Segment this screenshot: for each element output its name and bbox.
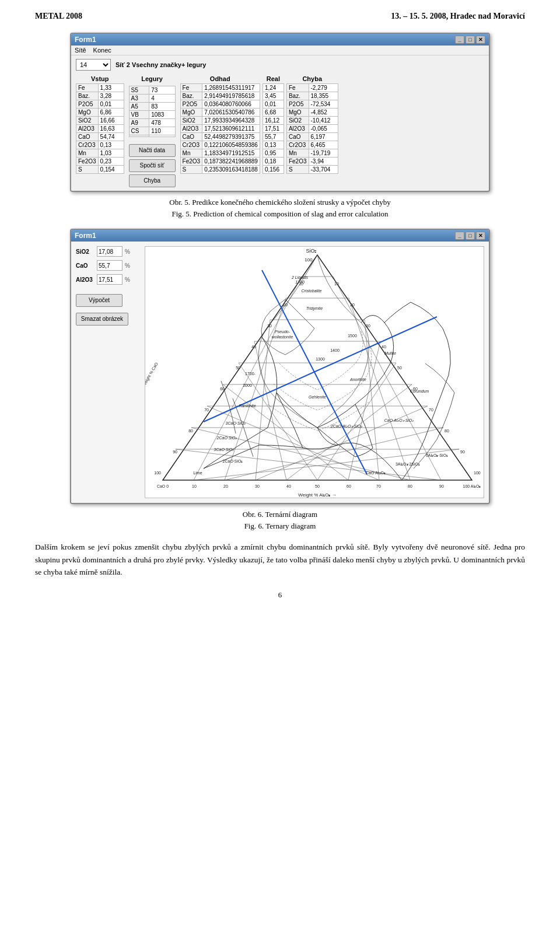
chyba-element-label: Mn	[286, 149, 309, 158]
vypocet-button[interactable]: Výpočet	[76, 294, 123, 307]
svg-text:Weight % Al₂O₃ →: Weight % Al₂O₃ →	[298, 492, 336, 498]
svg-text:90: 90	[460, 450, 465, 454]
svg-text:20: 20	[223, 484, 228, 488]
table-row: 17,51	[262, 125, 284, 133]
nacti-data-button[interactable]: Načti data	[129, 144, 176, 157]
legury-table: S573 A34 A583 VB1083 A9478 CS110	[129, 86, 176, 137]
dialog1-top-row: 14 Síť 2 Vsechny značky+ legury	[76, 59, 484, 71]
svg-text:50: 50	[397, 366, 402, 370]
table-row: Fe-2,279	[286, 84, 338, 92]
svg-text:3Al₂O₃·2SiO₂: 3Al₂O₃·2SiO₂	[396, 462, 420, 466]
vstup-table: Fe1,33 Baz.3,28 P2O50,01 MgO6,86 SiO216,…	[76, 83, 124, 174]
real-header: Real	[262, 75, 284, 82]
svg-text:100 Al₂O₃: 100 Al₂O₃	[463, 484, 481, 488]
maximize-button[interactable]: □	[466, 36, 475, 44]
odhad-value: 0,122106054859386	[202, 141, 260, 149]
table-row: CaO52,4498279391375	[180, 133, 260, 141]
svg-text:70: 70	[204, 408, 209, 412]
table-row: 1,24	[262, 84, 284, 92]
cao-input[interactable]	[97, 260, 123, 271]
table-row: S0,154	[76, 166, 124, 174]
ternary-diagram: SiO₂ 100 100 90 80 70 60 50 40 30 20 10	[145, 246, 484, 498]
element-label: MgO	[180, 109, 202, 117]
leg-label: S5	[129, 86, 149, 95]
svg-text:SiO₂: SiO₂	[306, 248, 317, 254]
table-row: MgO7,02061530540786	[180, 109, 260, 117]
table-row: Cr2O36,465	[286, 141, 338, 149]
svg-text:1300: 1300	[316, 357, 325, 361]
svg-text:Tridymite: Tridymite	[306, 306, 323, 311]
page-number: 6	[35, 590, 525, 600]
middle-section: Legury S573 A34 A583 VB1083 A9478 CS110 …	[129, 75, 176, 187]
element-value: 54,74	[98, 133, 124, 141]
table-row: Al2O317,5213609612111	[180, 125, 260, 133]
odhad-value: 52,4498279391375	[202, 133, 260, 141]
element-label: CaO	[180, 133, 202, 141]
menu-site[interactable]: Sítě	[75, 47, 86, 54]
minimize-button[interactable]: _	[455, 232, 464, 240]
vstup-section: Vstup Fe1,33 Baz.3,28 P2O50,01 MgO6,86 S…	[76, 75, 124, 187]
dialog2-titlebar-buttons: _ □ ✕	[455, 232, 485, 240]
svg-text:70: 70	[429, 408, 433, 412]
table-row: P2O50,0364080760066	[180, 100, 260, 109]
svg-text:10: 10	[192, 484, 197, 488]
svg-text:1400: 1400	[330, 348, 340, 352]
chyba-value: -72,534	[309, 100, 338, 109]
dialog-buttons: Načti data Spočti síť Chyba	[129, 144, 176, 187]
chyba-element-label: Fe	[286, 84, 309, 92]
menu-konec[interactable]: Konec	[93, 47, 111, 54]
table-row: 0,95	[262, 149, 284, 158]
chyba-element-label: P2O5	[286, 100, 309, 109]
table-row: 16,12	[262, 117, 284, 125]
table-row: Baz.2,91494919785618	[180, 92, 260, 100]
net-label: Síť 2 Vsechny značky+ legury	[116, 61, 206, 68]
real-value: 6,68	[262, 109, 284, 117]
svg-text:1700-: 1700-	[245, 372, 256, 376]
svg-text:40: 40	[251, 345, 256, 349]
table-row: Cr2O30,13	[76, 141, 124, 149]
element-value: 1,33	[98, 84, 124, 92]
real-table: 1,24 3,45 0,01 6,68 16,12 17,51 55,7 0,1…	[262, 83, 284, 174]
close-button[interactable]: ✕	[476, 232, 485, 240]
dialog2-title: Form1	[75, 232, 96, 240]
table-row: 0,18	[262, 158, 284, 166]
al2o3-input[interactable]	[97, 274, 123, 285]
svg-text:Cristobalite: Cristobalite	[301, 289, 321, 293]
svg-text:Gehlenite: Gehlenite	[309, 395, 326, 399]
minimize-button[interactable]: _	[455, 36, 464, 44]
svg-text:30: 30	[267, 324, 272, 328]
table-row: S0,235309163418188	[180, 166, 260, 174]
table-row: SiO217,9933934964328	[180, 117, 260, 125]
table-row: 55,7	[262, 133, 284, 141]
network-dropdown[interactable]: 14	[76, 59, 111, 71]
close-button[interactable]: ✕	[476, 36, 485, 44]
maximize-button[interactable]: □	[466, 232, 475, 240]
element-value: 0,13	[98, 141, 124, 149]
paragraph1: Dalším krokem se jeví pokus zmenšit chyb…	[35, 541, 525, 579]
element-label: S	[76, 166, 99, 174]
svg-text:40: 40	[286, 484, 291, 488]
chyba-col: Chyba Fe-2,279 Baz.18,355 P2O5-72,534 Mg…	[286, 75, 338, 187]
table-row: Fe2O30,187382241968889	[180, 158, 260, 166]
svg-text:100: 100	[474, 471, 481, 475]
svg-text:100: 100	[304, 257, 313, 263]
fig6-caption-line2: Fig. 6. Ternary diagram	[243, 520, 317, 532]
al2o3-input-row: Al2O3 %	[76, 274, 140, 285]
chyba-value: 18,355	[309, 92, 338, 100]
sio2-input[interactable]	[97, 246, 123, 257]
spocti-sit-button[interactable]: Spočti síť	[129, 159, 176, 172]
svg-text:Mullite: Mullite	[384, 351, 396, 355]
dialog2-titlebar: Form1 _ □ ✕	[71, 230, 489, 242]
smazat-button[interactable]: Smazat obrázek	[76, 313, 128, 326]
sio2-input-row: SiO2 %	[76, 246, 140, 257]
odhad-value: 17,9933934964328	[202, 117, 260, 125]
chyba-element-label: Fe2O3	[286, 158, 309, 166]
table-row: Baz.18,355	[286, 92, 338, 100]
chyba-element-label: CaO	[286, 133, 309, 141]
chyba-button[interactable]: Chyba	[129, 174, 176, 187]
svg-text:2000: 2000	[243, 383, 252, 387]
chyba-value: -33,704	[309, 166, 338, 174]
fig5-caption-line2: Fig. 5. Prediction of chemical compositi…	[169, 208, 390, 220]
svg-text:50: 50	[315, 484, 320, 488]
dialog1-title: Form1	[75, 36, 96, 44]
